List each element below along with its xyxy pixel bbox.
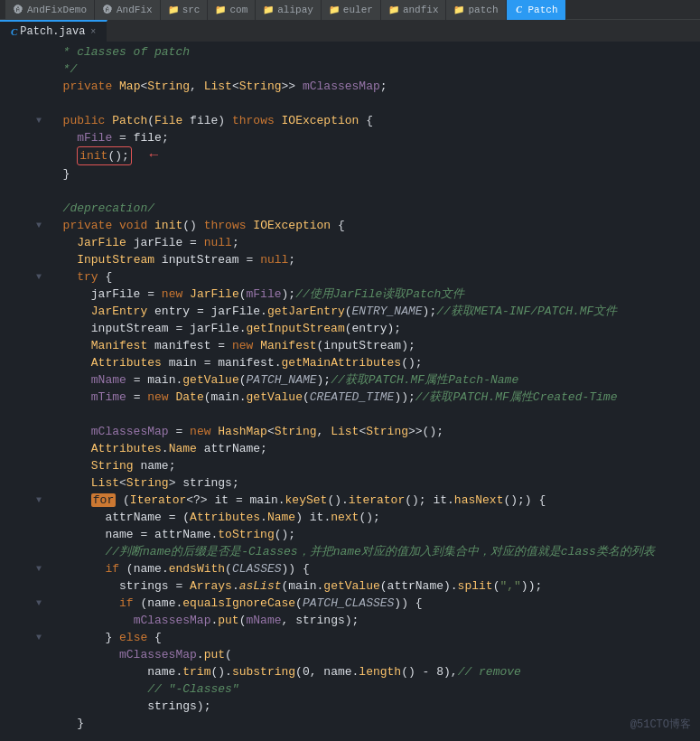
folder-icon-euler: 📁 bbox=[329, 5, 340, 15]
code-line: name = attrName.toString(); bbox=[0, 526, 700, 543]
code-line: ▼ public Patch(File file) throws IOExcep… bbox=[0, 112, 700, 129]
code-line: attrName = (Attributes.Name) it.next(); bbox=[0, 509, 700, 526]
code-line: mFile = file; bbox=[0, 129, 700, 146]
code-line: JarEntry entry = jarFile.getJarEntry(ENT… bbox=[0, 303, 700, 320]
close-tab-icon[interactable]: × bbox=[90, 27, 96, 37]
code-line: mClassesMap.put( bbox=[0, 646, 700, 663]
java-class-icon: C bbox=[11, 26, 17, 37]
code-line: inputStream = jarFile.getInputStream(ent… bbox=[0, 320, 700, 337]
code-line: // "-Classes" bbox=[0, 680, 700, 698]
fold-icon-if2[interactable]: ▼ bbox=[36, 595, 42, 612]
code-line: List<String> strings; bbox=[0, 474, 700, 492]
code-area: * classes of patch */ private Map<String… bbox=[0, 43, 700, 741]
code-line: jarFile = new JarFile(mFile);//使用JarFile… bbox=[0, 286, 700, 303]
folder-icon-alipay: 📁 bbox=[263, 5, 274, 15]
fold-icon-init[interactable]: ▼ bbox=[36, 217, 42, 234]
breadcrumb-andfix2[interactable]: 📁 andfix bbox=[381, 0, 447, 20]
class-icon-patch: C bbox=[514, 5, 525, 15]
code-line: */ bbox=[0, 61, 700, 78]
code-line: name.trim().substring(0, name.length() -… bbox=[0, 663, 700, 680]
code-line: ▼ private void init() throws IOException… bbox=[0, 217, 700, 234]
code-line: mTime = new Date(main.getValue(CREATED_T… bbox=[0, 389, 700, 406]
code-line: } bbox=[0, 715, 700, 732]
breadcrumb-com[interactable]: 📁 com bbox=[208, 0, 256, 20]
code-line: ▼ if (name.endsWith(CLASSES)) { bbox=[0, 560, 700, 577]
for-keyword: for bbox=[91, 493, 116, 507]
arrow-icon: ← bbox=[141, 147, 158, 164]
code-line: strings); bbox=[0, 698, 700, 715]
title-bar: 🅐 AndFixDemo 🅐 AndFix 📁 src 📁 com 📁 alip… bbox=[0, 0, 700, 20]
file-tab-bar: C Patch.java × bbox=[0, 20, 700, 43]
fold-icon[interactable]: ▼ bbox=[36, 112, 42, 129]
project-icon: 🅐 bbox=[13, 5, 23, 15]
code-line-init: init(); ← bbox=[0, 146, 700, 165]
code-line bbox=[0, 183, 700, 200]
code-line: mName = main.getValue(PATCH_NAME);//获取PA… bbox=[0, 371, 700, 389]
code-line bbox=[0, 95, 700, 112]
code-lines: * classes of patch */ private Map<String… bbox=[0, 43, 700, 741]
fold-icon-else[interactable]: ▼ bbox=[36, 629, 42, 646]
breadcrumb-andfix-demo[interactable]: 🅐 AndFixDemo bbox=[5, 0, 95, 20]
breadcrumb-patch-folder[interactable]: 📁 patch bbox=[446, 0, 506, 20]
code-line: mClassesMap = new HashMap<String, List<S… bbox=[0, 423, 700, 440]
breadcrumb-src[interactable]: 📁 src bbox=[161, 0, 209, 20]
breadcrumb-andfix[interactable]: 🅐 AndFix bbox=[95, 0, 161, 20]
code-line: //判断name的后缀是否是-Classes，并把name对应的值加入到集合中，… bbox=[0, 543, 700, 560]
code-line: * classes of patch bbox=[0, 43, 700, 61]
code-line: Attributes.Name attrName; bbox=[0, 440, 700, 457]
code-line: ▼ for (Iterator<?> it = main.keySet().it… bbox=[0, 492, 700, 509]
code-line: JarFile jarFile = null; bbox=[0, 234, 700, 251]
breadcrumb-alipay[interactable]: 📁 alipay bbox=[256, 0, 322, 20]
code-line: Manifest manifest = new Manifest(inputSt… bbox=[0, 337, 700, 354]
folder-icon-com: 📁 bbox=[215, 5, 226, 15]
code-line: strings = Arrays.asList(main.getValue(at… bbox=[0, 577, 700, 595]
breadcrumb-patch-class[interactable]: C Patch bbox=[507, 0, 566, 20]
code-line: /deprecation/ bbox=[0, 200, 700, 217]
code-line: mClassesMap.put(mName, strings); bbox=[0, 612, 700, 629]
code-line bbox=[0, 406, 700, 423]
code-line: ▼ try { bbox=[0, 268, 700, 286]
code-line: Attributes main = manifest.getMainAttrib… bbox=[0, 354, 700, 371]
code-line: } bbox=[0, 165, 700, 183]
code-line: ▼ if (name.equalsIgnoreCase(PATCH_CLASSE… bbox=[0, 595, 700, 612]
code-line: ▼ } else { bbox=[0, 629, 700, 646]
fold-icon-if1[interactable]: ▼ bbox=[36, 560, 42, 577]
fold-icon-for[interactable]: ▼ bbox=[36, 492, 42, 509]
fold-icon-try[interactable]: ▼ bbox=[36, 268, 42, 286]
module-icon: 🅐 bbox=[102, 5, 113, 15]
code-line: InputStream inputStream = null; bbox=[0, 251, 700, 268]
breadcrumb-euler[interactable]: 📁 euler bbox=[322, 0, 381, 20]
code-line: private Map<String, List<String>> mClass… bbox=[0, 78, 700, 95]
folder-icon-patch: 📁 bbox=[453, 5, 464, 15]
init-highlight: init(); bbox=[77, 146, 132, 165]
file-tab-patch[interactable]: C Patch.java × bbox=[0, 20, 107, 42]
code-line: String name; bbox=[0, 457, 700, 474]
folder-icon-src: 📁 bbox=[168, 5, 179, 15]
folder-icon-andfix: 📁 bbox=[388, 5, 399, 15]
